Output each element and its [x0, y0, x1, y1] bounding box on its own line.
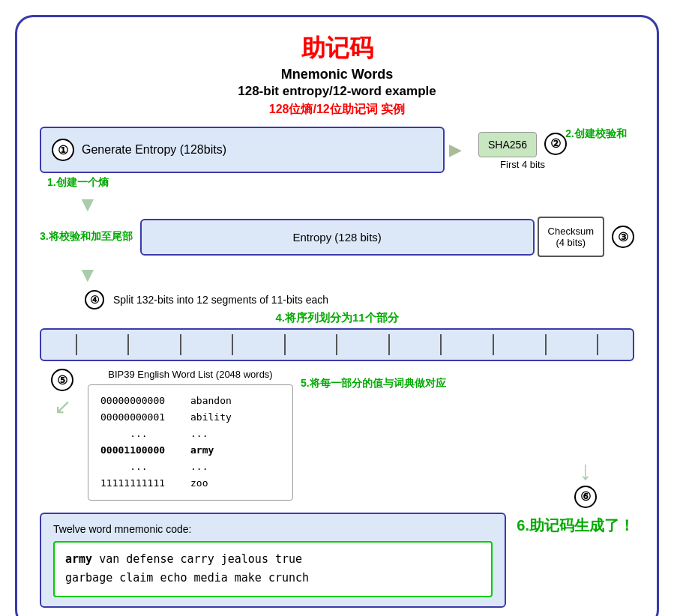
circle-5: ⑤	[51, 369, 73, 391]
step5-area: ⑤ ↙ BIP39 English Word List (2048 words)…	[40, 369, 634, 501]
step5-annotation: 5.将每一部分的值与词典做对应	[301, 377, 446, 389]
word-list-table: 00000000000abandon 00000000001ability ..…	[100, 393, 280, 492]
step4-description: Split 132-bits into 12 segments of 11-bi…	[113, 294, 328, 306]
circle-2: ②	[544, 133, 567, 155]
checksum-box: Checksum(4 bits)	[538, 217, 604, 257]
circle-3: ③	[612, 226, 634, 248]
step1-box: ① Generate Entropy (128bits)	[40, 127, 445, 173]
step6-box: Twelve word mnemonic code: army van defe…	[40, 513, 506, 608]
first4-label: First 4 bits	[500, 159, 545, 170]
step6-row: Twelve word mnemonic code: army van defe…	[40, 513, 634, 608]
sha-label: SHA256	[488, 139, 527, 151]
main-container: 助记码 Mnemonic Words 128-bit entropy/12-wo…	[15, 15, 659, 616]
step2-area: SHA256 ② First 4 bits	[466, 130, 567, 170]
list-item: 00000000000abandon	[100, 393, 280, 409]
step6-annotation: 6.助记码生成了！	[517, 516, 634, 536]
step2-annotation: 2.创建校验和	[565, 127, 627, 141]
step3-row: 3.将校验和加至尾部 Entropy (128 bits) Checksum(4…	[40, 217, 634, 257]
step4-area: ④ Split 132-bits into 12 segments of 11-…	[40, 290, 634, 361]
list-item-highlight: 00001100000army	[100, 442, 280, 459]
mnemonic-bold-word: army	[65, 552, 92, 566]
arrow-down-6: ↓	[579, 456, 592, 486]
segments-box	[40, 328, 634, 361]
left-arrow-section: ⑤ ↙	[40, 369, 85, 419]
mnemonic-rest: van defense carry jealous truegarbage cl…	[65, 552, 309, 585]
word-list-title: BIP39 English Word List (2048 words)	[108, 369, 272, 380]
main-title: 助记码	[40, 32, 634, 65]
step4-text: ④ Split 132-bits into 12 segments of 11-…	[85, 290, 634, 309]
checksum-label: Checksum(4 bits)	[548, 226, 594, 248]
list-item: ......	[100, 459, 280, 475]
step1-label: Generate Entropy (128bits)	[82, 143, 226, 157]
sha-box: SHA256	[478, 132, 537, 157]
subtitle2: 128-bit entropy/12-word example	[40, 84, 634, 99]
step4-annotation: 4.将序列划分为11个部分	[40, 311, 634, 325]
circle-4: ④	[85, 290, 104, 309]
circle6-area: ↓ ⑥	[574, 456, 597, 508]
circle-1: ①	[52, 139, 74, 161]
step3-annotation: 3.将校验和加至尾部	[40, 230, 133, 244]
step6-title: Twelve word mnemonic code:	[53, 523, 493, 535]
list-item: 11111111111zoo	[100, 475, 280, 492]
entropy-label: Entropy (128 bits)	[292, 231, 381, 244]
subtitle-cn: 128位熵/12位助记词 实例	[40, 102, 634, 118]
subtitle1: Mnemonic Words	[40, 67, 634, 82]
entropy-box: Entropy (128 bits)	[140, 219, 535, 256]
word-list-container: 00000000000abandon 00000000001ability ..…	[88, 384, 293, 501]
mnemonic-display: army van defense carry jealous truegarba…	[53, 541, 493, 597]
list-item: 00000000001ability	[100, 409, 280, 426]
arrow-down-5: ↙	[54, 396, 71, 419]
step5-right: 5.将每一部分的值与词典做对应	[293, 369, 446, 390]
step1-annotation: 1.创建一个熵	[47, 176, 567, 190]
circle-6: ⑥	[574, 486, 597, 508]
list-item: ......	[100, 426, 280, 442]
